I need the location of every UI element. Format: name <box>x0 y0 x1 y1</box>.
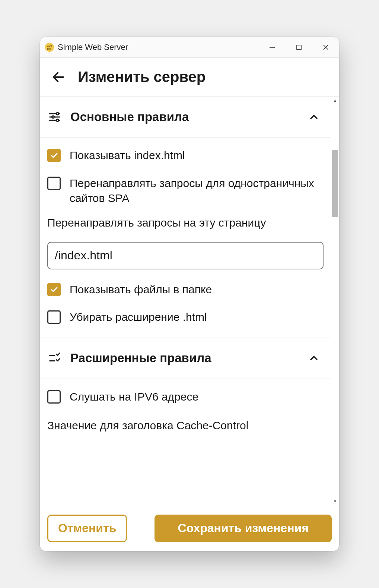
checkbox-show-files[interactable] <box>47 283 61 296</box>
minimize-button[interactable] <box>259 37 286 58</box>
checkbox-show-index[interactable] <box>47 149 61 162</box>
label-spa-redirect: Перенаправлять запросы для одностраничны… <box>70 176 324 206</box>
option-show-files[interactable]: Показывать файлы в папке <box>47 282 324 297</box>
label-show-index: Показывать index.html <box>70 148 185 163</box>
save-button[interactable]: Сохранить изменения <box>155 515 332 542</box>
label-show-files: Показывать файлы в папке <box>70 282 212 297</box>
minimize-icon <box>269 44 276 51</box>
checklist-icon <box>48 351 61 365</box>
content-scroll-wrap: Основные правила Показывать index.html <box>40 97 339 505</box>
arrow-left-icon <box>51 70 66 85</box>
svg-point-5 <box>52 116 54 118</box>
section-advanced-body: Слушать на IPV6 адресе Значение для заго… <box>40 379 331 434</box>
close-icon <box>322 44 329 51</box>
cancel-button[interactable]: Отменить <box>47 515 127 542</box>
label-strip-html: Убирать расширение .html <box>70 310 207 325</box>
content-area: Основные правила Показывать index.html <box>40 97 331 505</box>
label-redirect-page: Перенаправлять запросы на эту страницу <box>47 216 324 229</box>
label-cache-control: Значение для заголовка Cache-Control <box>47 417 324 432</box>
label-ipv6: Слушать на IPV6 адресе <box>70 389 198 405</box>
scroll-down-icon[interactable]: ▾ <box>331 497 339 505</box>
checkbox-strip-html[interactable] <box>47 310 61 324</box>
scrollbar[interactable]: ▴ ▾ <box>331 97 339 505</box>
close-button[interactable] <box>312 37 339 58</box>
page-title: Изменить сервер <box>78 69 206 85</box>
option-spa-redirect[interactable]: Перенаправлять запросы для одностраничны… <box>47 176 324 206</box>
section-basic-title: Основные правила <box>70 110 299 124</box>
back-button[interactable] <box>50 69 67 85</box>
page-header: Изменить сервер <box>40 58 339 97</box>
svg-point-4 <box>57 113 59 115</box>
chevron-up-icon <box>308 111 320 123</box>
option-strip-html[interactable]: Убирать расширение .html <box>47 310 324 325</box>
section-basic-body: Показывать index.html Перенаправлять зап… <box>40 137 331 338</box>
save-button-label: Сохранить изменения <box>178 521 309 535</box>
section-advanced-title: Расширенные правила <box>70 351 299 365</box>
check-icon <box>50 285 58 294</box>
cancel-button-label: Отменить <box>58 521 116 535</box>
app-icon: 200OK <box>45 43 54 52</box>
app-window: 200OK Simple Web Server Изменить сервер … <box>40 37 339 551</box>
maximize-button[interactable] <box>286 37 312 58</box>
chevron-up-icon <box>308 352 320 364</box>
option-show-index[interactable]: Показывать index.html <box>47 148 324 163</box>
window-title: Simple Web Server <box>58 42 128 52</box>
titlebar: 200OK Simple Web Server <box>40 37 339 58</box>
check-icon <box>50 151 58 160</box>
tune-icon <box>48 110 61 124</box>
svg-rect-1 <box>297 45 301 50</box>
scrollbar-thumb[interactable] <box>332 150 338 217</box>
section-basic-header[interactable]: Основные правила <box>40 97 331 137</box>
footer: Отменить Сохранить изменения <box>40 505 339 551</box>
option-ipv6[interactable]: Слушать на IPV6 адресе <box>47 389 324 405</box>
scroll-up-icon[interactable]: ▴ <box>331 97 339 104</box>
maximize-icon <box>296 44 302 51</box>
svg-point-6 <box>57 119 59 121</box>
input-redirect-page[interactable] <box>47 242 324 269</box>
checkbox-spa-redirect[interactable] <box>47 177 61 190</box>
section-advanced-header[interactable]: Расширенные правила <box>40 338 331 379</box>
checkbox-ipv6[interactable] <box>47 390 61 404</box>
